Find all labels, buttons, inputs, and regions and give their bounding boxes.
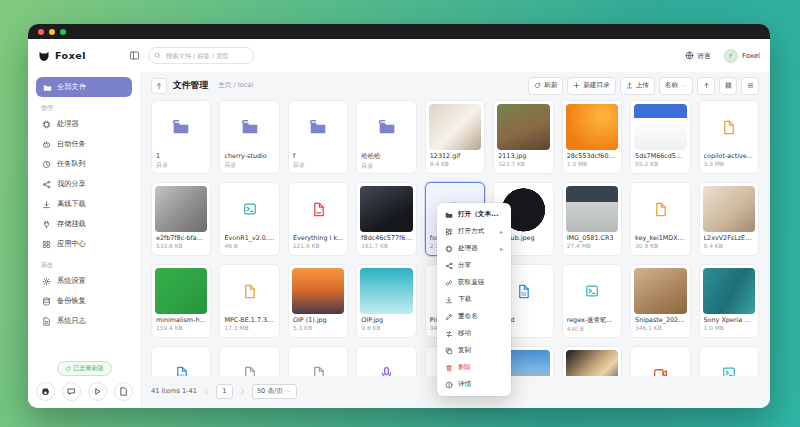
context-menu-item[interactable]: 详情 [440, 376, 508, 393]
file-meta: 30.9 KB [635, 243, 685, 249]
play-link-button[interactable] [88, 382, 107, 401]
sidebar-item[interactable]: 自动任务 [36, 134, 132, 154]
file-name: 12312.gif [430, 152, 480, 160]
search-input[interactable] [164, 51, 248, 60]
context-menu-item[interactable]: 重命名 [440, 308, 508, 325]
upload-label: 上传 [636, 81, 649, 90]
page-number-button[interactable]: 1 [216, 384, 233, 399]
file-icon-area [223, 186, 275, 232]
file-meta: 1.3 MB [567, 161, 617, 167]
sidebar-item[interactable]: 备份恢复 [36, 291, 132, 311]
file-card[interactable]: Snipaste_2025-...346.1 KB [630, 264, 690, 338]
context-menu-item-label: 打开（文本... [458, 210, 498, 219]
file-card[interactable]: W [151, 346, 211, 376]
sidebar-item[interactable]: 系统日志 [36, 311, 132, 331]
processor-icon [42, 120, 51, 129]
breadcrumb: 主页 / local [218, 81, 253, 90]
file-card[interactable]: Everything I k...221.8 KB [288, 182, 348, 256]
sidebar-item[interactable]: 应用中心 [36, 234, 132, 254]
prev-page-button[interactable] [203, 388, 210, 395]
file-card[interactable]: MPC-BE.1.7.3.x...17.3 MB [219, 264, 279, 338]
folder-card[interactable]: 1目录 [151, 100, 211, 174]
file-icon-area [223, 350, 275, 376]
user-menu[interactable]: F Foxel [724, 49, 760, 63]
file-card[interactable]: EvonR1_v2.0.html46 B [219, 182, 279, 256]
sidebar-item[interactable]: 存储挂载 [36, 214, 132, 234]
file-card[interactable]: L2xvV2FsLzEyM2...8.4 KB [699, 182, 759, 256]
context-menu-item[interactable]: 获取直链 [440, 274, 508, 291]
download-icon [42, 200, 51, 209]
grid-view-button[interactable] [719, 77, 737, 95]
file-card[interactable]: regex-速查笔...430 B [562, 264, 622, 338]
folder-card[interactable]: f目录 [288, 100, 348, 174]
file-card[interactable]: Sony Xperia 10...1.0 MB [699, 264, 759, 338]
file-card[interactable] [219, 346, 279, 376]
file-card[interactable] [630, 346, 690, 376]
sidebar-item[interactable]: 离线下载 [36, 194, 132, 214]
file-card[interactable]: key_kei1MDX(20...30.9 KB [630, 182, 690, 256]
sidebar-item-all-files[interactable]: 全部文件 [36, 77, 132, 97]
file-card[interactable]: OIP.jpg9.8 KB [356, 264, 416, 338]
file-name: 1 [156, 152, 206, 160]
sidebar-item[interactable]: 我的分享 [36, 174, 132, 194]
page-size-select[interactable]: 50 条/页 [252, 384, 297, 399]
file-card[interactable] [562, 346, 622, 376]
sort-field-select[interactable]: 名称 [659, 77, 693, 95]
file-name: Everything I k... [293, 234, 343, 242]
file-card[interactable] [356, 346, 416, 376]
context-menu-item[interactable]: 删除 [440, 359, 508, 376]
sidebar-item[interactable]: 系统设置 [36, 271, 132, 291]
context-menu-item[interactable]: 处理器▸ [440, 240, 508, 257]
context-menu-item[interactable]: 复制 [440, 342, 508, 359]
go-up-button[interactable] [151, 78, 167, 94]
file-card[interactable] [288, 346, 348, 376]
next-page-button[interactable] [239, 388, 246, 395]
doc-link-button[interactable] [114, 382, 133, 401]
file-card[interactable]: minimalism-hum...159.4 KB [151, 264, 211, 338]
file-thumbnail [155, 186, 207, 232]
refresh-button[interactable]: 刷新 [528, 77, 563, 95]
upload-button[interactable]: 上传 [620, 77, 655, 95]
context-menu-item[interactable]: 下载 [440, 291, 508, 308]
file-card[interactable]: 28c553dcf60091...1.3 MB [562, 100, 622, 174]
file-name: OIP.jpg [361, 316, 411, 324]
list-view-button[interactable] [741, 77, 759, 95]
minimize-button[interactable] [49, 29, 55, 35]
file-card[interactable]: IMG_0581.CR327.4 MB [562, 182, 622, 256]
context-menu-item[interactable]: 移动 [440, 325, 508, 342]
move-icon [445, 330, 453, 338]
file-icon [242, 366, 257, 377]
file-card[interactable]: 2113.jpg323.7 KB [493, 100, 553, 174]
sidebar-item[interactable]: 任务队列 [36, 154, 132, 174]
brand-block: Foxel [38, 50, 140, 62]
search-box[interactable] [148, 47, 254, 64]
maximize-button[interactable] [60, 29, 66, 35]
folder-card[interactable]: cherry-studio目录 [219, 100, 279, 174]
file-icon-area [634, 350, 686, 376]
file-card[interactable] [699, 346, 759, 376]
language-button[interactable]: 语言 [685, 51, 711, 61]
github-link-button[interactable] [36, 382, 55, 401]
file-thumbnail [703, 268, 755, 314]
file-meta: 1.0 MB [704, 325, 754, 331]
new-folder-label: 新建目录 [583, 81, 609, 90]
close-button[interactable] [38, 29, 44, 35]
robot-icon [42, 140, 51, 149]
sidebar-collapse-button[interactable] [129, 50, 140, 61]
folder-card[interactable]: 哈哈哈目录 [356, 100, 416, 174]
file-card[interactable]: f8dc46c577f6e8...161.7 KB [356, 182, 416, 256]
sidebar: 全部文件 管理处理器自动任务任务队列我的分享离线下载存储挂载应用中心系统系统设置… [28, 72, 140, 408]
context-menu-item[interactable]: 打开方式▸ [440, 223, 508, 240]
file-card[interactable]: 5ds7M66cd51d6s...55.2 KB [630, 100, 690, 174]
new-folder-button[interactable]: 新建目录 [567, 77, 615, 95]
sort-direction-button[interactable] [697, 77, 715, 95]
file-card[interactable]: 12312.gif8.4 KB [425, 100, 485, 174]
file-card[interactable]: OIP (1).jpg5.3 KB [288, 264, 348, 338]
sidebar-item[interactable]: 处理器 [36, 114, 132, 134]
file-labels: 5ds7M66cd51d6s...55.2 KB [631, 150, 689, 167]
context-menu-item[interactable]: 打开（文本... [440, 206, 508, 223]
context-menu-item[interactable]: 分享 [440, 257, 508, 274]
chat-link-button[interactable] [62, 382, 81, 401]
file-card[interactable]: e2fb7f8c-bfa6-...533.8 KB [151, 182, 211, 256]
file-card[interactable]: copilot-active...3.3 MB [699, 100, 759, 174]
